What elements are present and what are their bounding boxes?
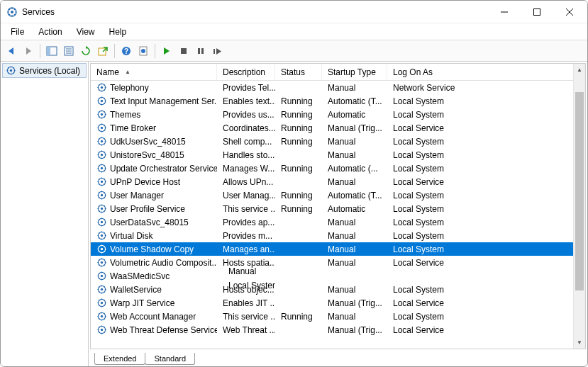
service-startup-type: Automatic <box>322 202 387 216</box>
maximize-button[interactable] <box>521 1 553 23</box>
service-row[interactable]: Volumetric Audio Composit...Hosts spatia… <box>91 256 585 269</box>
service-name: WaaSMedicSvc <box>110 271 170 281</box>
close-button[interactable] <box>553 1 586 23</box>
service-row[interactable]: UnistoreSvc_48015Handles sto...ManualLoc… <box>91 148 585 162</box>
service-logon-as: Local System <box>387 135 585 149</box>
scroll-up-button[interactable]: ▲ <box>574 64 585 76</box>
service-row[interactable]: Text Input Management Ser...Enables text… <box>91 94 585 108</box>
service-name: UdkUserSvc_48015 <box>110 137 186 147</box>
vertical-scrollbar[interactable]: ▲ ▼ <box>573 64 585 349</box>
tree-pane: Services (Local) <box>1 62 89 366</box>
service-row[interactable]: User ManagerUser Manag...RunningAutomati… <box>91 188 585 202</box>
svg-rect-18 <box>198 48 200 54</box>
back-button[interactable] <box>4 43 19 59</box>
content-area: Services (Local) Name▲ Description Statu… <box>1 62 587 366</box>
service-startup-type: Manual (Trig... <box>322 323 387 337</box>
service-name: Virtual Disk <box>110 231 152 241</box>
header-logon-as[interactable]: Log On As <box>387 64 585 80</box>
svg-point-34 <box>101 154 103 156</box>
service-row[interactable]: TelephonyProvides Tel...ManualNetwork Se… <box>91 81 585 94</box>
forward-button[interactable] <box>21 43 36 59</box>
menu-help[interactable]: Help <box>102 26 134 38</box>
service-logon-as: Local System <box>387 202 585 216</box>
service-status <box>275 261 322 265</box>
gear-icon <box>96 230 107 241</box>
service-logon-as: Local System <box>387 148 585 162</box>
service-logon-as: Local System <box>387 283 585 297</box>
service-status <box>275 220 322 225</box>
svg-rect-3 <box>534 9 540 15</box>
service-row[interactable]: WaaSMedicSvcManualLocal System <box>91 269 585 283</box>
scroll-down-button[interactable]: ▼ <box>574 337 585 349</box>
gear-icon <box>96 298 107 308</box>
show-hide-tree-button[interactable] <box>44 43 60 59</box>
help-topics-button[interactable] <box>135 43 151 59</box>
service-description: This service ... <box>217 310 275 324</box>
gear-icon <box>96 284 107 295</box>
tree-root-services[interactable]: Services (Local) <box>2 63 87 78</box>
restart-service-button[interactable] <box>210 43 226 59</box>
service-name: UnistoreSvc_48015 <box>110 150 184 160</box>
service-startup-type: Manual <box>322 215 387 230</box>
service-status: Running <box>275 202 322 216</box>
svg-point-36 <box>101 167 103 169</box>
service-row[interactable]: Web Threat Defense ServiceWeb Threat ...… <box>91 323 585 337</box>
service-status: Running <box>275 121 322 135</box>
svg-point-40 <box>101 194 103 196</box>
header-startup-type[interactable]: Startup Type <box>322 64 387 80</box>
service-status: Running <box>275 162 322 176</box>
service-row[interactable]: Web Account ManagerThis service ...Runni… <box>91 310 585 323</box>
export-button[interactable] <box>95 43 111 59</box>
service-row[interactable]: WalletServiceHosts objec...ManualLocal S… <box>91 283 585 296</box>
svg-point-56 <box>101 302 103 304</box>
help-button[interactable]: ? <box>118 43 134 59</box>
service-description: Shell comp... <box>217 135 275 149</box>
service-description: Hosts objec... <box>217 283 275 297</box>
service-name: Text Input Management Ser... <box>110 96 217 106</box>
svg-point-50 <box>101 261 103 264</box>
minimize-button[interactable] <box>488 1 521 23</box>
svg-point-48 <box>101 248 103 250</box>
svg-rect-20 <box>213 49 215 54</box>
service-startup-type: Automatic (T... <box>322 188 387 203</box>
service-logon-as: Local System <box>387 188 585 203</box>
properties-button[interactable] <box>61 43 77 59</box>
tab-standard[interactable]: Standard <box>145 353 195 365</box>
services-list: Name▲ Description Status Startup Type Lo… <box>90 63 586 349</box>
gear-icon <box>96 109 107 120</box>
service-row[interactable]: UserDataSvc_48015Provides ap...ManualLoc… <box>91 215 585 229</box>
service-startup-type: Manual <box>322 148 387 162</box>
scroll-thumb[interactable] <box>575 92 584 290</box>
service-row[interactable]: ThemesProvides us...RunningAutomaticLoca… <box>91 108 585 121</box>
menu-action[interactable]: Action <box>31 26 69 38</box>
service-row[interactable]: Virtual DiskProvides m...ManualLocal Sys… <box>91 229 585 242</box>
header-name[interactable]: Name▲ <box>91 64 217 80</box>
service-row[interactable]: UdkUserSvc_48015Shell comp...RunningManu… <box>91 135 585 148</box>
tab-extended[interactable]: Extended <box>94 353 145 365</box>
service-row[interactable]: Volume Shadow CopyManages an...ManualLoc… <box>91 242 585 256</box>
gear-icon <box>96 257 107 268</box>
header-description[interactable]: Description <box>217 64 275 80</box>
service-status <box>275 247 322 252</box>
menu-file[interactable]: File <box>4 26 31 38</box>
gear-icon <box>96 163 107 174</box>
svg-point-44 <box>101 221 103 223</box>
pause-service-button[interactable] <box>193 43 209 59</box>
service-description: Web Threat ... <box>217 323 275 337</box>
service-logon-as: Local System <box>387 108 585 122</box>
service-description: Provides m... <box>217 229 275 243</box>
gear-icon <box>96 311 107 322</box>
service-row[interactable]: User Profile ServiceThis service ...Runn… <box>91 202 585 215</box>
service-row[interactable]: Update Orchestrator ServiceManages W...R… <box>91 162 585 175</box>
service-startup-type: Manual (Trig... <box>322 296 387 310</box>
service-row[interactable]: UPnP Device HostAllows UPn...ManualLocal… <box>91 175 585 188</box>
refresh-button[interactable] <box>78 43 94 59</box>
svg-point-1 <box>11 11 13 13</box>
menu-view[interactable]: View <box>70 26 102 38</box>
service-row[interactable]: Warp JIT ServiceEnables JIT ...Manual (T… <box>91 296 585 310</box>
start-service-button[interactable] <box>159 43 174 59</box>
service-row[interactable]: Time BrokerCoordinates...RunningManual (… <box>91 121 585 135</box>
header-status[interactable]: Status <box>275 64 322 80</box>
stop-service-button[interactable] <box>176 43 192 59</box>
gear-icon <box>96 82 107 93</box>
